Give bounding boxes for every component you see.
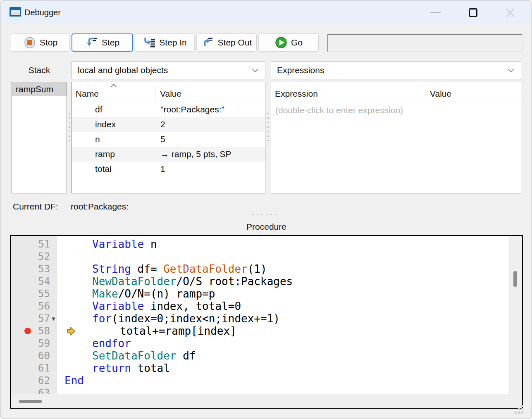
- code-line[interactable]: 57▼for(index=0;index<n;index+=1): [11, 312, 507, 325]
- step-out-button-label: Step Out: [218, 38, 252, 48]
- line-gutter[interactable]: 60: [11, 350, 57, 362]
- step-icon: [85, 36, 98, 49]
- column-divider[interactable]: [426, 84, 426, 102]
- splitter-handle-horizontal[interactable]: [250, 213, 279, 216]
- line-number: 57: [38, 313, 50, 324]
- objects-col-name[interactable]: Name: [76, 89, 99, 99]
- step-in-button-label: Step In: [159, 38, 187, 48]
- code-line[interactable]: 51Variable n: [11, 238, 507, 250]
- chevron-down-icon: [251, 68, 259, 73]
- code-text: total+=ramp[index]: [57, 325, 236, 337]
- stop-button[interactable]: Stop: [11, 33, 70, 52]
- line-gutter[interactable]: 51: [11, 238, 57, 250]
- splitter-handle-vertical[interactable]: [68, 111, 71, 143]
- stack-list[interactable]: rampSum: [12, 82, 67, 193]
- procedure-code-panel[interactable]: 51Variable n5253String df= GetDataFolder…: [10, 235, 523, 409]
- line-gutter[interactable]: 57▼: [11, 313, 57, 324]
- code-text: String df= GetDataFolder(1): [57, 263, 267, 275]
- stack-frame-item[interactable]: rampSum: [12, 82, 67, 96]
- object-value: → ramp, 5 pts, SP: [155, 149, 265, 159]
- objects-table-row[interactable]: ramp→ ramp, 5 pts, SP: [72, 147, 265, 162]
- chevron-down-icon: [507, 68, 515, 73]
- code-line[interactable]: 61return total: [11, 362, 507, 374]
- expressions-table: Expression Value (double-click to enter …: [271, 82, 521, 193]
- vertical-scrollbar-thumb[interactable]: [513, 271, 517, 287]
- expressions-table-header[interactable]: Expression Value: [271, 82, 521, 102]
- go-icon: [274, 36, 288, 49]
- line-gutter[interactable]: 58: [11, 325, 57, 337]
- line-gutter[interactable]: 59: [11, 338, 57, 349]
- expressions-dropdown-value: Expressions: [277, 65, 324, 75]
- code-line[interactable]: 62End: [11, 374, 507, 387]
- line-gutter[interactable]: 53: [11, 263, 57, 275]
- line-gutter[interactable]: 52: [11, 251, 57, 262]
- code-line[interactable]: 58 total+=ramp[index]: [11, 325, 507, 337]
- line-gutter[interactable]: 56: [11, 300, 57, 312]
- maximize-icon: [469, 8, 477, 17]
- line-number: 58: [38, 325, 50, 337]
- objects-scope-dropdown[interactable]: local and global objects: [72, 61, 265, 79]
- line-number: 61: [38, 362, 50, 374]
- objects-col-value[interactable]: Value: [160, 89, 181, 99]
- breakpoint-icon[interactable]: [24, 328, 31, 334]
- objects-table-row[interactable]: index2: [72, 117, 265, 132]
- code-text: return total: [57, 362, 170, 374]
- objects-table-row[interactable]: df"root:Packages:": [72, 102, 265, 117]
- vertical-scrollbar[interactable]: [508, 236, 522, 394]
- step-in-icon: [143, 36, 156, 49]
- line-number: 59: [38, 338, 50, 349]
- line-number: 63: [38, 387, 50, 394]
- code-line[interactable]: 60SetDataFolder df: [11, 350, 507, 362]
- debugger-window: Debugger Stop Step: [0, 0, 532, 419]
- code-text: for(index=0;index<n;index+=1): [57, 312, 280, 325]
- objects-scope-value: local and global objects: [78, 65, 168, 75]
- code-text: SetDataFolder df: [57, 350, 196, 362]
- column-divider[interactable]: [155, 84, 155, 102]
- line-gutter[interactable]: 63: [11, 387, 57, 394]
- line-gutter[interactable]: 55: [11, 288, 57, 300]
- line-number: 54: [38, 276, 50, 287]
- line-number: 51: [38, 238, 50, 250]
- current-df-value: root:Packages:: [71, 202, 129, 212]
- line-number: 55: [38, 288, 50, 300]
- expression-placeholder[interactable]: (double-click to enter expression): [271, 102, 521, 119]
- title-bar[interactable]: Debugger: [0, 0, 532, 24]
- code-line[interactable]: 59endfor: [11, 337, 507, 350]
- object-name: total: [72, 164, 155, 174]
- line-gutter[interactable]: 61: [11, 362, 57, 374]
- step-in-button[interactable]: Step In: [135, 33, 195, 52]
- fold-collapse-icon[interactable]: ▼: [50, 316, 57, 322]
- objects-table-header[interactable]: Name Value: [72, 82, 265, 102]
- close-icon: [505, 7, 516, 18]
- line-gutter[interactable]: 54: [11, 276, 57, 287]
- code-line[interactable]: 63: [11, 387, 507, 394]
- splitter-handle-vertical[interactable]: [267, 111, 270, 143]
- line-gutter[interactable]: 62: [11, 375, 57, 386]
- step-out-button[interactable]: Step Out: [196, 33, 257, 52]
- horizontal-scrollbar-thumb[interactable]: [19, 400, 42, 403]
- resize-grip-icon[interactable]: [515, 405, 524, 414]
- code-text: NewDataFolder/O/S root:Packages: [57, 275, 293, 288]
- step-button[interactable]: Step: [72, 33, 133, 52]
- code-line[interactable]: 56Variable index, total=0: [11, 300, 507, 312]
- minimize-button[interactable]: [422, 0, 449, 24]
- code-line[interactable]: 55Make/O/N=(n) ramp=p: [11, 288, 507, 300]
- line-number: 60: [38, 350, 50, 362]
- object-name: index: [72, 119, 155, 129]
- close-button[interactable]: [496, 0, 524, 24]
- expr-col-value[interactable]: Value: [430, 89, 451, 99]
- code-line[interactable]: 53String df= GetDataFolder(1): [11, 263, 507, 275]
- expressions-dropdown[interactable]: Expressions: [271, 61, 521, 79]
- horizontal-scrollbar[interactable]: [11, 394, 522, 408]
- code-line[interactable]: 54NewDataFolder/O/S root:Packages: [11, 275, 507, 288]
- maximize-button[interactable]: [459, 0, 487, 24]
- code-line[interactable]: 52: [11, 250, 507, 263]
- object-value: 1: [155, 164, 265, 174]
- objects-table-row[interactable]: n5: [72, 132, 265, 147]
- code-text: Make/O/N=(n) ramp=p: [57, 288, 215, 300]
- expr-col-expression[interactable]: Expression: [275, 89, 318, 99]
- code-lines: 51Variable n5253String df= GetDataFolder…: [11, 238, 507, 394]
- objects-table-row[interactable]: total1: [72, 162, 265, 176]
- line-number: 56: [38, 300, 50, 312]
- go-button[interactable]: Go: [258, 33, 319, 52]
